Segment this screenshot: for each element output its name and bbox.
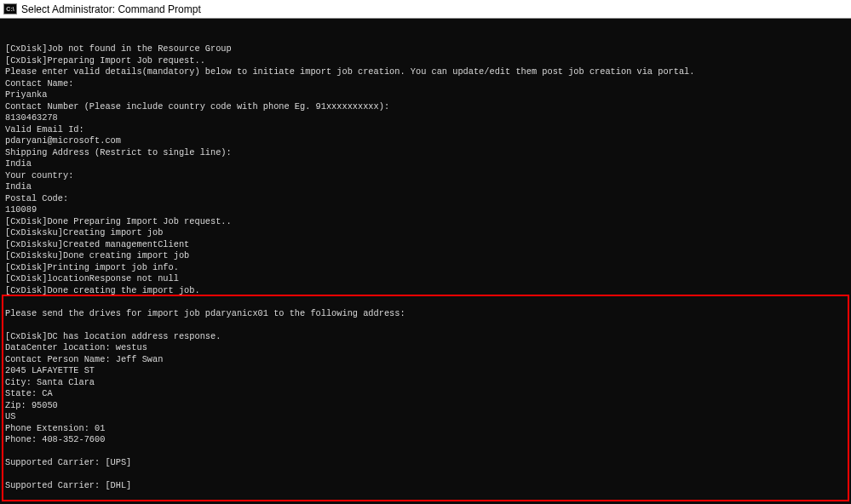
terminal-line: Your country: bbox=[5, 170, 846, 182]
terminal-line: Contact Number (Please include country c… bbox=[5, 101, 846, 113]
terminal-line: Contact Name: bbox=[5, 78, 846, 90]
terminal-line: Phone Extension: 01 bbox=[5, 423, 846, 435]
terminal-line: Please enter valid details(mandatory) be… bbox=[5, 66, 846, 78]
terminal-line: Valid Email Id: bbox=[5, 124, 846, 136]
terminal-line: India bbox=[5, 158, 846, 170]
terminal-line: Supported Carrier: [DHL] bbox=[5, 480, 846, 492]
terminal-line: [CxDisksku]Created managementClient bbox=[5, 239, 846, 251]
terminal-line: India bbox=[5, 181, 846, 193]
terminal-line: [CxDisk]Done Preparing Import Job reques… bbox=[5, 216, 846, 228]
terminal-line: City: Santa Clara bbox=[5, 377, 846, 389]
terminal-line: Supported Carrier: [UPS] bbox=[5, 457, 846, 469]
terminal-line: [CxDisk]Printing import job info. bbox=[5, 262, 846, 274]
terminal-line: [CxDisk]Preparing Import Job request.. bbox=[5, 55, 846, 67]
terminal-line: DataCenter location: westus bbox=[5, 342, 846, 354]
terminal-line bbox=[5, 492, 846, 504]
terminal-line: Please send the drives for import job pd… bbox=[5, 308, 846, 320]
title-bar[interactable]: C:\ Select Administrator: Command Prompt bbox=[0, 0, 851, 19]
terminal-line: [CxDisk]Done creating the import job. bbox=[5, 285, 846, 297]
terminal-line: Phone: 408-352-7600 bbox=[5, 434, 846, 446]
terminal-line bbox=[5, 446, 846, 458]
terminal-line: Priyanka bbox=[5, 89, 846, 101]
terminal-line bbox=[5, 469, 846, 481]
terminal-line: Shipping Address (Restrict to single lin… bbox=[5, 147, 846, 159]
terminal-line: [CxDisk]DC has location address response… bbox=[5, 331, 846, 343]
terminal-line: 8130463278 bbox=[5, 112, 846, 124]
terminal-line: pdaryani@microsoft.com bbox=[5, 135, 846, 147]
terminal-line: Postal Code: bbox=[5, 193, 846, 205]
terminal-line bbox=[5, 319, 846, 331]
terminal-output[interactable]: [CxDisk]Job not found in the Resource Gr… bbox=[0, 19, 851, 504]
terminal-line: [CxDisk]Job not found in the Resource Gr… bbox=[5, 43, 846, 55]
terminal-line: Contact Person Name: Jeff Swan bbox=[5, 354, 846, 366]
terminal-line bbox=[5, 296, 846, 308]
terminal-line: Zip: 95050 bbox=[5, 400, 846, 412]
terminal-line: [CxDisk]locationResponse not null bbox=[5, 273, 846, 285]
cmd-icon-label: C:\ bbox=[6, 6, 14, 12]
terminal-line: State: CA bbox=[5, 388, 846, 400]
terminal-line: 2045 LAFAYETTE ST bbox=[5, 365, 846, 377]
terminal-line: US bbox=[5, 411, 846, 423]
terminal-line: [CxDisksku]Creating import job bbox=[5, 227, 846, 239]
window-title: Select Administrator: Command Prompt bbox=[21, 3, 201, 15]
cmd-icon: C:\ bbox=[3, 3, 17, 14]
terminal-line: [CxDisksku]Done creating import job bbox=[5, 250, 846, 262]
command-prompt-window: C:\ Select Administrator: Command Prompt… bbox=[0, 0, 851, 504]
terminal-line: 110089 bbox=[5, 204, 846, 216]
